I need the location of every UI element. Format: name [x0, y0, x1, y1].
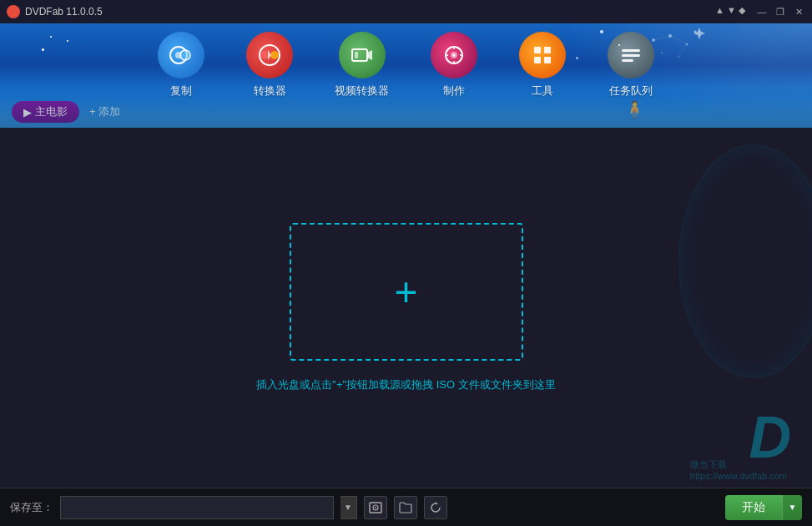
copy-icon-circle — [158, 32, 204, 78]
star-deco — [67, 40, 68, 42]
path-dropdown-button[interactable]: ▼ — [340, 496, 357, 519]
header: 复制 转换器 视频转换器 — [0, 23, 812, 128]
disc-icon — [369, 501, 382, 514]
video-icon-circle — [339, 32, 386, 78]
svg-line-6 — [670, 36, 687, 44]
svg-rect-16 — [352, 49, 367, 61]
folder-button[interactable] — [394, 496, 417, 519]
refresh-icon — [429, 501, 442, 514]
disc-button[interactable] — [364, 496, 387, 519]
svg-rect-24 — [534, 57, 541, 63]
save-label: 保存至： — [10, 500, 53, 515]
svg-point-21 — [453, 54, 456, 57]
app-title: DVDFab 11.0.0.5 — [25, 6, 103, 18]
svg-point-12 — [180, 50, 190, 60]
dropdown-arrow-icon: ▼ — [789, 503, 797, 512]
svg-point-14 — [260, 51, 269, 59]
star-deco — [50, 36, 52, 38]
figure-decoration: 🧍 — [624, 99, 645, 119]
close-button[interactable]: ✕ — [792, 5, 805, 18]
start-button[interactable]: 开始 — [725, 495, 782, 520]
start-label: 开始 — [742, 500, 765, 515]
copy-icon — [168, 42, 194, 68]
svg-point-15 — [270, 51, 279, 59]
svg-point-2 — [661, 52, 663, 53]
video-icon — [349, 42, 376, 68]
svg-marker-9 — [693, 28, 705, 39]
svg-line-7 — [678, 44, 687, 57]
plus-icon: + — [394, 272, 417, 312]
svg-rect-22 — [534, 47, 541, 53]
svg-rect-18 — [355, 52, 358, 58]
system-tray-icons: ▲ ▼ ◆ — [715, 5, 745, 18]
dropzone[interactable]: + — [290, 223, 523, 361]
convert-icon — [256, 42, 283, 68]
make-icon-circle — [431, 32, 477, 78]
save-path-input[interactable] — [60, 496, 334, 519]
main-content: + 插入光盘或点击"+"按钮加载源或拖拽 ISO 文件或文件夹到这里 D 微当下… — [0, 128, 812, 488]
app-logo — [7, 5, 20, 18]
restore-button[interactable]: ❐ — [774, 5, 787, 18]
watermark-text: 微当下载https://www.dvdfab.com — [690, 458, 787, 481]
minimize-button[interactable]: — — [755, 5, 769, 18]
svg-line-8 — [653, 36, 670, 40]
titlebar: DVDFab 11.0.0.5 ▲ ▼ ◆ — ❐ ✕ — [0, 0, 812, 23]
svg-marker-32 — [436, 502, 438, 504]
start-dropdown-button[interactable]: ▼ — [782, 495, 802, 520]
hint-text: 插入光盘或点击"+"按钮加载源或拖拽 ISO 文件或文件夹到这里 — [256, 377, 555, 392]
star-deco — [42, 48, 44, 51]
convert-icon-circle — [246, 32, 293, 78]
make-icon — [441, 42, 467, 68]
svg-point-31 — [375, 507, 376, 508]
titlebar-controls: ▲ ▼ ◆ — ❐ ✕ — [715, 5, 805, 18]
titlebar-left: DVDFab 11.0.0.5 — [7, 5, 103, 18]
refresh-button[interactable] — [424, 496, 447, 519]
moon-decoration — [678, 144, 812, 378]
bottombar: 保存至： ▼ 开始 ▼ — [0, 488, 812, 526]
folder-icon — [399, 501, 412, 514]
start-group: 开始 ▼ — [719, 495, 802, 520]
mountain-decoration — [0, 86, 812, 128]
